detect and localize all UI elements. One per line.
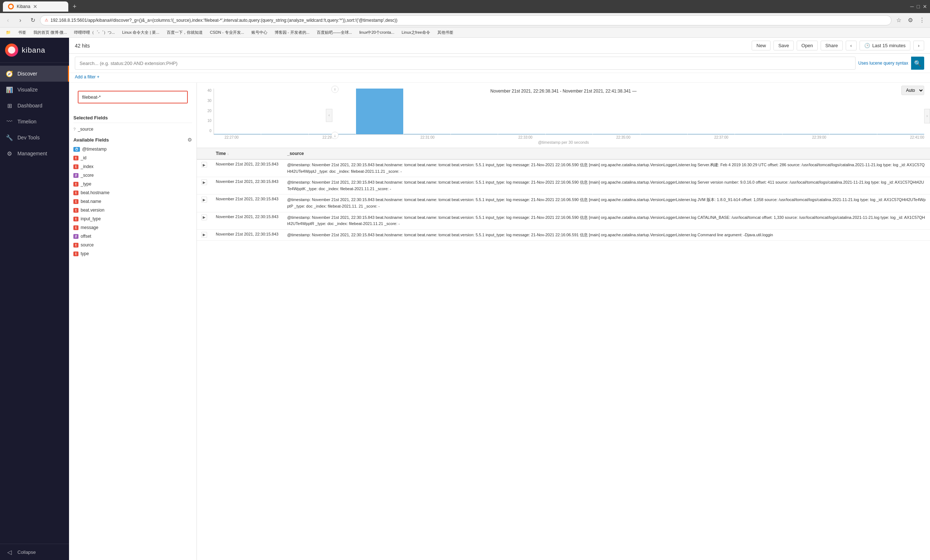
bookmark-bilibili[interactable]: 哔哩哔哩（゜-゜）つ... bbox=[71, 29, 118, 36]
bookmark-linux[interactable]: Linux 命令大全 | 菜... bbox=[119, 29, 162, 36]
sidebar-item-discover[interactable]: 🧭 Discover bbox=[0, 66, 69, 82]
fields-settings-icon[interactable]: ⚙ bbox=[188, 137, 192, 143]
maximize-btn[interactable]: □ bbox=[917, 4, 920, 9]
add-filter-btn[interactable]: Add a filter + bbox=[75, 74, 924, 80]
chart-bar-3[interactable] bbox=[356, 89, 403, 134]
collapse-panel-right-btn[interactable]: › bbox=[924, 109, 930, 123]
field-name-beat-name: beat.name bbox=[81, 199, 102, 204]
chart-refresh-down-btn[interactable]: ↓ bbox=[331, 132, 339, 139]
field-index[interactable]: t _index bbox=[73, 162, 192, 171]
chart-bar-1[interactable] bbox=[261, 134, 308, 134]
chart-bar-4[interactable] bbox=[403, 134, 451, 134]
sidebar-item-visualize[interactable]: 📊 Visualize bbox=[0, 82, 69, 98]
chart-bar-7[interactable] bbox=[546, 134, 593, 134]
bookmark-csdn[interactable]: CSDN - 专业开发... bbox=[207, 29, 247, 36]
sidebar-item-management[interactable]: ⚙ Management bbox=[0, 146, 69, 161]
chart-bar-12[interactable] bbox=[782, 134, 829, 134]
next-time-btn[interactable]: › bbox=[913, 41, 924, 51]
new-tab-btn[interactable]: + bbox=[72, 3, 77, 11]
bookmark-weibo[interactable]: 我的首页 微博·微... bbox=[31, 29, 70, 36]
x-label-12: 22:39:00 bbox=[812, 135, 826, 140]
field-input-type[interactable]: t input_type bbox=[73, 215, 192, 223]
bookmark-tieba[interactable]: 百度贴吧——全球... bbox=[314, 29, 355, 36]
bookmark-cnblogs[interactable]: 博客园 - 开发者的... bbox=[272, 29, 313, 36]
chart-bar-11[interactable] bbox=[735, 134, 782, 134]
results-area[interactable]: Time ↓ _source ▶ November 21st 2021, 22:… bbox=[197, 148, 930, 560]
close-btn[interactable]: ✕ bbox=[923, 4, 927, 9]
expand-row-btn-2[interactable]: ▶ bbox=[201, 197, 207, 203]
browser-tab[interactable]: Kibana ✕ bbox=[3, 2, 68, 12]
chart-refresh-up-btn[interactable]: ↑ bbox=[331, 86, 339, 93]
chart-x-labels: 22:27:0022:29:0022:31:0022:33:0022:35:00… bbox=[214, 135, 924, 140]
field-score[interactable]: # _score bbox=[73, 171, 192, 180]
expand-row-btn-0[interactable]: ▶ bbox=[201, 162, 207, 168]
chart-bar-0[interactable] bbox=[214, 134, 261, 134]
bookmark-home[interactable]: 书签 bbox=[15, 29, 29, 36]
time-col-header[interactable]: Time ↓ bbox=[211, 148, 283, 159]
search-submit-btn[interactable]: 🔍 bbox=[911, 57, 924, 70]
timelion-icon: 〰 bbox=[6, 118, 13, 125]
chart-bar-14[interactable] bbox=[877, 134, 924, 134]
x-label-4: 22:31:00 bbox=[420, 135, 434, 140]
field-beat-name[interactable]: t beat.name bbox=[73, 197, 192, 206]
chart-bar-13[interactable] bbox=[830, 134, 877, 134]
field-timestamp[interactable]: ⏱ @timestamp bbox=[73, 145, 192, 153]
tab-close-btn[interactable]: ✕ bbox=[33, 4, 37, 9]
field-message[interactable]: t message bbox=[73, 223, 192, 232]
chart-bars[interactable] bbox=[214, 89, 924, 135]
search-syntax-hint[interactable]: Uses lucene query syntax bbox=[858, 61, 908, 66]
table-row: ▶ November 21st 2021, 22:30:15.843 @time… bbox=[197, 177, 930, 195]
field-source[interactable]: t source bbox=[73, 241, 192, 249]
sidebar-collapse-btn[interactable]: ◁ Collapse bbox=[0, 544, 69, 560]
selected-fields-title: Selected Fields bbox=[73, 111, 192, 123]
share-button[interactable]: Share bbox=[821, 41, 843, 51]
bookmark-free[interactable]: Linux之free命令 bbox=[399, 29, 433, 36]
open-button[interactable]: Open bbox=[797, 41, 818, 51]
source-col-header[interactable]: _source bbox=[283, 148, 930, 159]
expand-row-btn-1[interactable]: ▶ bbox=[201, 179, 207, 185]
bookmark-cron[interactable]: linux中20个cronta... bbox=[356, 29, 397, 36]
field-beat-version[interactable]: t beat.version bbox=[73, 206, 192, 215]
chart-area: November 21st 2021, 22:26:38.341 - Novem… bbox=[197, 83, 930, 148]
sidebar-item-dashboard[interactable]: ⊞ Dashboard bbox=[0, 98, 69, 114]
field-type-bottom[interactable]: t type bbox=[73, 249, 192, 258]
chart-bar-8[interactable] bbox=[593, 134, 640, 134]
address-bar[interactable]: ⚠ 192.168.8.15:5601/app/kibana#/discover… bbox=[40, 15, 892, 25]
forward-btn[interactable]: › bbox=[15, 15, 25, 25]
x-label-14: 22:41:00 bbox=[910, 135, 924, 140]
browser-chrome: Kibana ✕ + ─ □ ✕ bbox=[0, 0, 930, 13]
chart-bar-10[interactable] bbox=[688, 134, 734, 134]
expand-cell-4: ▶ bbox=[197, 229, 211, 241]
chart-bar-9[interactable] bbox=[641, 134, 687, 134]
back-btn[interactable]: ‹ bbox=[3, 15, 13, 25]
index-pattern-input[interactable] bbox=[79, 92, 187, 103]
search-input[interactable] bbox=[75, 57, 856, 70]
source-field-item[interactable]: ? _source bbox=[73, 125, 192, 133]
time-range-btn[interactable]: 🕒 Last 15 minutes bbox=[859, 41, 910, 51]
bookmarks-bar: 📁 书签 我的首页 微博·微... 哔哩哔哩（゜-゜）つ... Linux 命令… bbox=[0, 28, 930, 38]
minimize-btn[interactable]: ─ bbox=[910, 4, 914, 9]
field-type[interactable]: t _type bbox=[73, 180, 192, 188]
expand-row-btn-4[interactable]: ▶ bbox=[201, 232, 207, 238]
save-button[interactable]: Save bbox=[773, 41, 794, 51]
menu-btn[interactable]: ⋮ bbox=[917, 15, 927, 25]
bookmark-baidu[interactable]: 百度一下，你就知道 bbox=[164, 29, 206, 36]
field-id[interactable]: t _id bbox=[73, 153, 192, 162]
content-area: Selected Fields ? _source Available Fiel… bbox=[69, 83, 930, 560]
sidebar-item-timelion[interactable]: 〰 Timelion bbox=[0, 114, 69, 130]
sidebar-item-devtools[interactable]: 🔧 Dev Tools bbox=[0, 130, 69, 146]
top-bar-actions: New Save Open Share ‹ 🕒 Last 15 minutes … bbox=[751, 41, 924, 51]
chart-bar-6[interactable] bbox=[498, 134, 545, 134]
expand-row-btn-3[interactable]: ▶ bbox=[201, 215, 207, 220]
bookmark-btn[interactable]: ☆ bbox=[894, 15, 904, 25]
prev-time-btn[interactable]: ‹ bbox=[846, 41, 857, 51]
extensions-btn[interactable]: ⚙ bbox=[905, 15, 916, 25]
bookmark-folders[interactable]: 📁 bbox=[3, 29, 14, 35]
reload-btn[interactable]: ↻ bbox=[28, 15, 38, 25]
new-button[interactable]: New bbox=[751, 41, 770, 51]
bookmark-account[interactable]: 账号中心 bbox=[248, 29, 270, 36]
field-beat-hostname[interactable]: t beat.hostname bbox=[73, 188, 192, 197]
field-offset[interactable]: # offset bbox=[73, 232, 192, 241]
bookmark-others[interactable]: 其他书签 bbox=[434, 29, 456, 36]
chart-bar-5[interactable] bbox=[451, 134, 498, 134]
